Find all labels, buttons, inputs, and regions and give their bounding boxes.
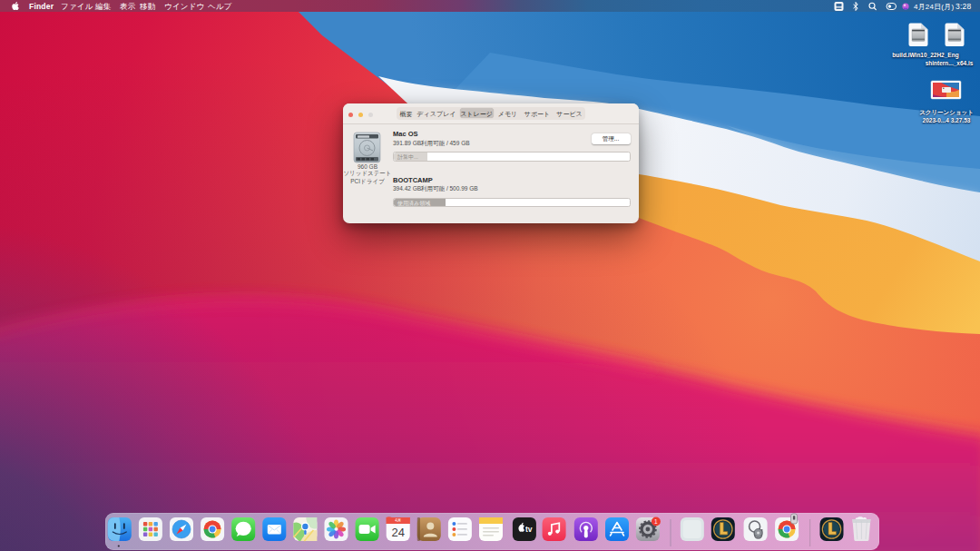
svg-text:4月: 4月 (395, 518, 401, 523)
svg-text:tv: tv (525, 525, 533, 534)
svg-text:24: 24 (391, 526, 404, 539)
svg-text:1: 1 (654, 518, 658, 525)
